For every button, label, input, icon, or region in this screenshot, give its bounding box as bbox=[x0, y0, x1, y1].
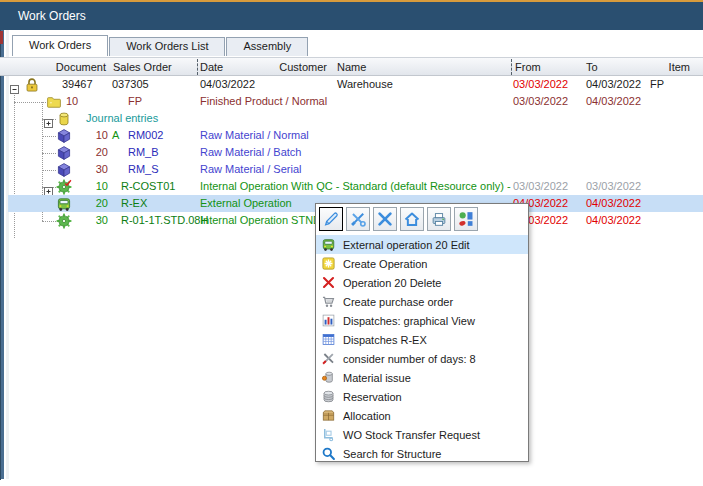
transfer-trolley-icon bbox=[321, 427, 336, 442]
menu-item-external-operation-20-edit[interactable]: External operation 20 Edit bbox=[316, 235, 528, 254]
menu-item-label: Dispatches R-EX bbox=[343, 334, 427, 346]
line-number: 10 bbox=[78, 127, 108, 144]
allocation-icon bbox=[321, 408, 336, 423]
gear-icon bbox=[56, 213, 72, 229]
menu-item-dispatches-graphical-view[interactable]: Dispatches: graphical View bbox=[316, 311, 528, 330]
menu-item-label: Reservation bbox=[343, 391, 402, 403]
wrench-screwdriver-icon bbox=[349, 210, 367, 228]
menu-item-label: External operation 20 Edit bbox=[343, 239, 470, 251]
to-date: 03/03/2022 bbox=[586, 178, 648, 195]
from-date: 03/03/2022 bbox=[513, 76, 575, 93]
description: Raw Material / Batch bbox=[200, 144, 512, 161]
menu-item-operation-20-delete[interactable]: Operation 20 Delete bbox=[316, 273, 528, 292]
customer-name: Warehouse bbox=[337, 76, 467, 93]
sales-order-code: FP bbox=[128, 93, 206, 110]
line-number: 10 bbox=[78, 178, 108, 195]
printer-button[interactable] bbox=[427, 207, 451, 231]
menu-item-dispatches-r-ex[interactable]: Dispatches R-EX bbox=[316, 330, 528, 349]
crossed-tools-red-icon bbox=[321, 351, 336, 366]
menu-item-create-purchase-order[interactable]: Create purchase order bbox=[316, 292, 528, 311]
folder-icon bbox=[46, 94, 62, 110]
home-icon bbox=[403, 210, 421, 228]
menu-item-label: Operation 20 Delete bbox=[343, 277, 441, 289]
home-button[interactable] bbox=[400, 207, 424, 231]
line-number: 10 bbox=[66, 93, 88, 110]
journal-entries-label: Journal entries bbox=[86, 110, 216, 127]
sales-order-code: 037305 bbox=[112, 76, 190, 93]
menu-item-create-operation[interactable]: Create Operation bbox=[316, 254, 528, 273]
menu-item-label: consider number of days: 8 bbox=[343, 353, 476, 365]
from-date: 03/03/2022 bbox=[513, 178, 575, 195]
to-date: 04/03/2022 bbox=[586, 195, 648, 212]
work-orders-window: Work Orders Work OrdersWork Orders ListA… bbox=[0, 0, 703, 486]
sales-order-code: R-EX bbox=[121, 195, 199, 212]
menu-item-search-for-structure[interactable]: Search for Structure bbox=[316, 444, 528, 463]
cart-icon bbox=[321, 294, 336, 309]
to-date: 04/03/2022 bbox=[586, 93, 648, 110]
context-menu-items: External operation 20 EditCreate Operati… bbox=[316, 235, 528, 463]
sales-order-code: R-01-1T.STD.08H bbox=[121, 212, 199, 229]
menu-item-reservation[interactable]: Reservation bbox=[316, 387, 528, 406]
expand-expander[interactable] bbox=[44, 114, 53, 123]
item-code: FP bbox=[650, 76, 680, 93]
bar-chart-icon bbox=[321, 313, 336, 328]
truck-icon bbox=[56, 196, 72, 212]
menu-item-label: Create purchase order bbox=[343, 296, 453, 308]
menu-item-consider-number-of-days-8[interactable]: consider number of days: 8 bbox=[316, 349, 528, 368]
truck-icon bbox=[321, 237, 336, 252]
menu-item-label: Allocation bbox=[343, 410, 391, 422]
menu-item-material-issue[interactable]: Material issue bbox=[316, 368, 528, 387]
sales-order-code: R-COST01 bbox=[121, 178, 199, 195]
delete-x-icon bbox=[321, 275, 336, 290]
menu-item-label: WO Stock Transfer Request bbox=[343, 429, 480, 441]
document-number: 39467 bbox=[62, 76, 107, 93]
line-number: 30 bbox=[78, 212, 108, 229]
line-number: 30 bbox=[78, 161, 108, 178]
cube-icon bbox=[56, 162, 72, 178]
pencil-button[interactable] bbox=[319, 207, 343, 231]
calendar-grid-icon bbox=[321, 332, 336, 347]
gear-check-icon bbox=[56, 179, 72, 195]
menu-item-label: Search for Structure bbox=[343, 448, 441, 460]
context-menu: External operation 20 EditCreate Operati… bbox=[315, 203, 529, 462]
journal-cylinder-icon bbox=[56, 111, 72, 127]
pencil-icon bbox=[322, 210, 340, 228]
printer-icon bbox=[430, 210, 448, 228]
to-date: 04/03/2022 bbox=[586, 212, 648, 229]
reservation-icon bbox=[321, 389, 336, 404]
description: Raw Material / Serial bbox=[200, 161, 512, 178]
menu-item-allocation[interactable]: Allocation bbox=[316, 406, 528, 425]
description: Finished Product / Normal bbox=[200, 93, 512, 110]
from-date: 03/03/2022 bbox=[513, 93, 575, 110]
line-number: 20 bbox=[78, 195, 108, 212]
status-flag: A bbox=[112, 127, 124, 144]
sales-order-code: RM_S bbox=[128, 161, 206, 178]
line-number: 20 bbox=[78, 144, 108, 161]
crossed-tools-icon bbox=[376, 210, 394, 228]
padlock-icon bbox=[24, 77, 40, 93]
crossed-tools-button[interactable] bbox=[373, 207, 397, 231]
sales-order-code: RM002 bbox=[128, 127, 206, 144]
create-operation-icon bbox=[321, 256, 336, 271]
menu-item-label: Material issue bbox=[343, 372, 411, 384]
context-menu-toolbar bbox=[319, 207, 478, 231]
material-issue-icon bbox=[321, 370, 336, 385]
collapse-expander[interactable] bbox=[10, 80, 19, 89]
sales-order-code: RM_B bbox=[128, 144, 206, 161]
cube-icon bbox=[56, 128, 72, 144]
dispatch-board-icon bbox=[457, 210, 475, 228]
date-value: 04/03/2022 bbox=[200, 76, 270, 93]
expand-expander[interactable] bbox=[44, 182, 53, 191]
dispatch-board-button[interactable] bbox=[454, 207, 478, 231]
search-icon bbox=[321, 446, 336, 461]
wrench-screwdriver-button[interactable] bbox=[346, 207, 370, 231]
menu-item-wo-stock-transfer-request[interactable]: WO Stock Transfer Request bbox=[316, 425, 528, 444]
description: Raw Material / Normal bbox=[200, 127, 512, 144]
menu-item-label: Dispatches: graphical View bbox=[343, 315, 475, 327]
menu-item-label: Create Operation bbox=[343, 258, 427, 270]
to-date: 04/03/2022 bbox=[586, 76, 648, 93]
cube-icon bbox=[56, 145, 72, 161]
description: Internal Operation With QC - Standard (d… bbox=[200, 178, 512, 195]
